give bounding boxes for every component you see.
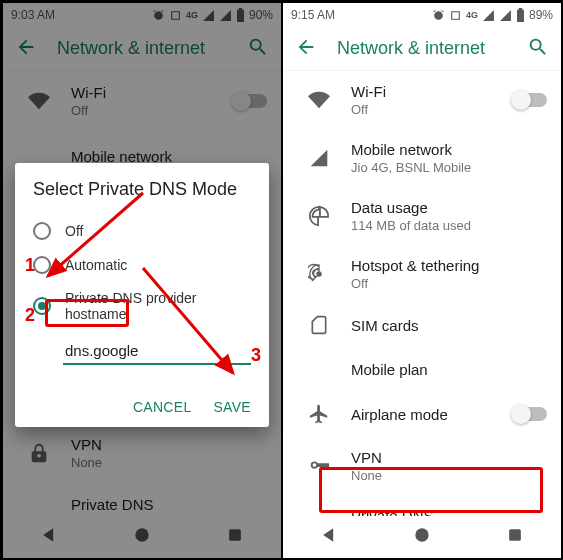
settings-list: Wi-FiOff Mobile networkJio 4G, BSNL Mobi…	[283, 71, 561, 518]
wifi-switch[interactable]	[513, 93, 547, 107]
back-icon[interactable]	[295, 36, 317, 62]
battery-icon	[516, 8, 525, 22]
status-time: 9:15 AM	[291, 8, 335, 22]
cancel-button[interactable]: CANCEL	[133, 399, 192, 415]
row-mobile-plan[interactable]: Mobile plan	[283, 347, 561, 391]
data-usage-icon	[299, 205, 339, 227]
nav-back-icon[interactable]	[319, 525, 339, 549]
row-label: Airplane mode	[351, 406, 513, 423]
svg-line-2	[48, 193, 143, 276]
row-label: Wi-Fi	[351, 83, 513, 100]
row-airplane-mode[interactable]: Airplane mode	[283, 391, 561, 437]
network-type-label: 4G	[466, 10, 478, 20]
nav-home-icon[interactable]	[412, 525, 432, 549]
signal-icon	[482, 9, 495, 22]
nav-recents-icon[interactable]	[505, 525, 525, 549]
radio-icon	[33, 297, 51, 315]
svg-rect-6	[509, 529, 521, 541]
status-bar: 9:15 AM 4G 89%	[283, 3, 561, 27]
nfc-icon	[449, 9, 462, 22]
hotspot-icon	[299, 263, 339, 285]
signal-icon-2	[499, 9, 512, 22]
annotation-number-2: 2	[25, 305, 35, 326]
row-data-usage[interactable]: Data usage114 MB of data used	[283, 187, 561, 245]
search-icon[interactable]	[527, 36, 549, 62]
row-label: Data usage	[351, 199, 547, 216]
page-title: Network & internet	[337, 38, 527, 59]
svg-point-5	[415, 528, 428, 541]
row-label: SIM cards	[351, 317, 547, 334]
annotation-arrow-3	[133, 263, 253, 383]
phone-left: 9:03 AM 4G 90% Network & internet Wi-FiO…	[3, 3, 281, 558]
vpn-icon	[299, 455, 339, 477]
app-header: Network & internet	[283, 27, 561, 71]
row-hotspot[interactable]: Hotspot & tetheringOff	[283, 245, 561, 303]
row-sub: Off	[351, 102, 513, 117]
svg-line-3	[143, 268, 233, 373]
row-label: VPN	[351, 449, 547, 466]
save-button[interactable]: SAVE	[213, 399, 251, 415]
wifi-icon	[299, 89, 339, 111]
airplane-icon	[299, 403, 339, 425]
row-vpn[interactable]: VPNNone	[283, 437, 561, 495]
signal-icon	[299, 148, 339, 168]
row-label: Hotspot & tethering	[351, 257, 547, 274]
battery-percent: 89%	[529, 8, 553, 22]
row-label: Mobile network	[351, 141, 547, 158]
sim-icon	[299, 315, 339, 335]
row-sub: Off	[351, 276, 547, 291]
airplane-switch[interactable]	[513, 407, 547, 421]
row-mobile-network[interactable]: Mobile networkJio 4G, BSNL Mobile	[283, 129, 561, 187]
row-sub: None	[351, 468, 547, 483]
android-nav-bar	[283, 516, 561, 558]
alarm-icon	[432, 9, 445, 22]
row-sub: Jio 4G, BSNL Mobile	[351, 160, 547, 175]
phone-right: 9:15 AM 4G 89% Network & internet Wi-FiO…	[283, 3, 561, 558]
row-sim-cards[interactable]: SIM cards	[283, 303, 561, 347]
row-label: Mobile plan	[351, 361, 547, 378]
row-wifi[interactable]: Wi-FiOff	[283, 71, 561, 129]
row-sub: 114 MB of data used	[351, 218, 547, 233]
row-private-dns[interactable]: Private DNSdns.google	[283, 495, 561, 518]
